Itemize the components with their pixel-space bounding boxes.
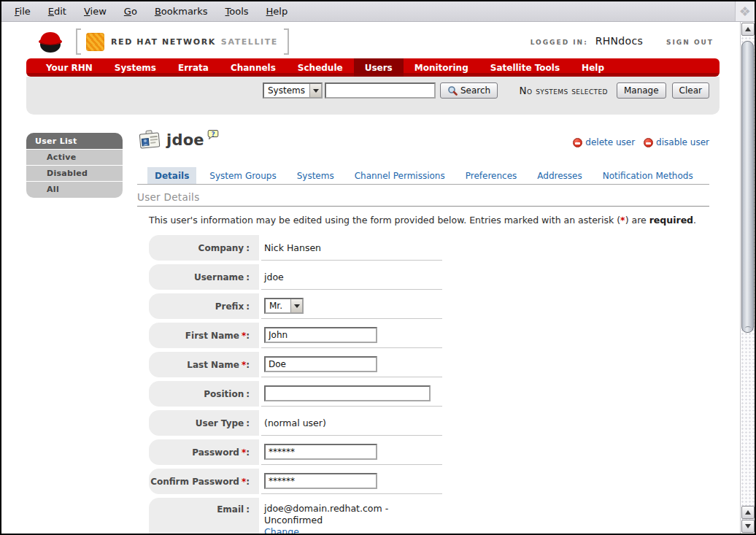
menu-help[interactable]: Help [258,3,297,20]
last-name-cell [261,352,442,377]
nav-users[interactable]: Users [354,58,404,77]
nav-help[interactable]: Help [571,58,615,77]
scroll-up-button-bottom[interactable] [741,506,755,519]
scrollbar-thumb[interactable] [741,41,754,333]
password-label: Password*: [149,439,259,465]
search-strip: Systems Search No systems selected Manag… [26,77,720,115]
scroll-up-button[interactable] [741,23,755,36]
last-name-input[interactable] [264,356,377,372]
sidebar-user-list: User List Active Disabled All [26,133,123,198]
user-type-label: User Type: [149,410,259,436]
confirm-password-label: Confirm Password*: [149,469,259,494]
bracket-left [76,28,81,55]
form-row-user-type: User Type: (normal user) [149,410,442,436]
system-selection-group: No systems selected Manage Clear [519,82,709,99]
form-row-company: Company: Nick Hansen [149,235,442,261]
position-input[interactable] [264,385,431,401]
tab-channel-permissions[interactable]: Channel Permissions [347,167,452,184]
position-cell [261,381,442,407]
logged-in-username: RHNdocs [595,35,643,47]
section-heading: User Details [137,191,709,207]
page-viewport: RED HAT NETWORKSATELLITE Logged in: RHNd… [1,22,740,534]
session-bar: Logged in: RHNdocs Sign out [531,35,714,47]
nav-monitoring[interactable]: Monitoring [404,58,479,77]
menu-tools[interactable]: Tools [217,3,258,20]
form-row-position: Position: [149,381,442,407]
password-input[interactable] [264,444,377,460]
email-value: jdoe@domain.redhat.com - Unconfirmed [264,503,442,526]
change-email-link[interactable]: Change [264,526,299,534]
user-details-form: Company: Nick Hansen Username: jdoe Pref… [149,235,442,534]
sidebar-item-disabled[interactable]: Disabled [26,165,123,181]
delete-icon [573,138,582,147]
prefix-label: Prefix: [149,293,259,319]
search-input[interactable] [325,82,436,99]
arrow-down-icon [745,524,751,528]
username-value: jdoe [261,264,442,290]
select-dropdown-button[interactable] [309,84,321,97]
disable-user-label: disable user [656,137,709,147]
position-label: Position: [149,381,259,407]
form-row-email: Email: jdoe@domain.redhat.com - Unconfir… [149,498,442,534]
nav-errata[interactable]: Errata [167,58,220,77]
nav-schedule[interactable]: Schedule [287,58,354,77]
sign-out-link[interactable]: Sign out [666,39,714,46]
prefix-value: Mr. [261,293,442,319]
page-title-row: jdoe ? [139,130,219,150]
manage-button[interactable]: Manage [617,82,666,99]
browser-window: File Edit View Go Bookmarks Tools Help ❖… [0,0,756,535]
site-header: RED HAT NETWORKSATELLITE [35,25,289,58]
form-row-username: Username: jdoe [149,264,442,290]
svg-text:?: ? [211,131,215,138]
nav-channels[interactable]: Channels [220,58,287,77]
scroll-down-button[interactable] [741,520,755,533]
password-cell [261,439,442,465]
arrow-up-icon [745,27,751,31]
help-icon[interactable]: ? [207,129,219,141]
delete-user-label: delete user [585,137,635,147]
menu-file[interactable]: File [6,3,39,20]
sidebar-item-active[interactable]: Active [26,149,123,165]
tab-details[interactable]: Details [147,167,196,184]
username-label: Username: [149,264,259,290]
nav-satellite-tools[interactable]: Satellite Tools [479,58,571,77]
email-cell: jdoe@domain.redhat.com - Unconfirmed Cha… [261,498,442,534]
tab-notification-methods[interactable]: Notification Methods [595,167,701,184]
sidebar-title: User List [26,133,123,149]
tab-system-groups[interactable]: System Groups [202,167,283,184]
disable-user-link[interactable]: disable user [644,137,709,147]
chevron-down-icon [313,89,319,93]
menu-edit[interactable]: Edit [39,3,75,20]
confirm-password-cell [261,469,442,494]
select-dropdown-button[interactable] [290,299,302,312]
form-row-prefix: Prefix: Mr. [149,293,442,319]
first-name-cell [261,323,442,348]
main-content: jdoe ? delete user disable user Details [137,128,709,534]
tab-systems[interactable]: Systems [290,167,342,184]
user-id-card-icon [139,130,161,150]
search-category-value: Systems [264,84,309,97]
clear-button[interactable]: Clear [672,82,709,99]
first-name-input[interactable] [264,327,377,343]
delete-user-link[interactable]: delete user [573,137,635,147]
nav-systems[interactable]: Systems [104,58,167,77]
tab-preferences[interactable]: Preferences [458,167,525,184]
bracket-right [284,28,289,55]
menu-bookmarks[interactable]: Bookmarks [146,3,217,20]
browser-throbber-icon: ❖ [735,1,755,21]
email-label: Email: [149,498,259,534]
search-category-select[interactable]: Systems [263,82,323,99]
user-actions: delete user disable user [573,137,709,147]
browser-menubar: File Edit View Go Bookmarks Tools Help ❖ [1,1,755,22]
search-button-label: Search [460,85,490,96]
tab-addresses[interactable]: Addresses [530,167,589,184]
prefix-select[interactable]: Mr. [264,298,304,314]
nav-your-rhn[interactable]: Your RHN [35,58,104,77]
search-button[interactable]: Search [440,82,498,99]
menu-go[interactable]: Go [115,3,146,20]
confirm-password-input[interactable] [264,473,377,489]
menu-view[interactable]: View [75,3,115,20]
sidebar-item-all[interactable]: All [26,181,123,198]
prefix-select-value: Mr. [266,299,290,312]
vertical-scrollbar[interactable] [740,22,755,534]
